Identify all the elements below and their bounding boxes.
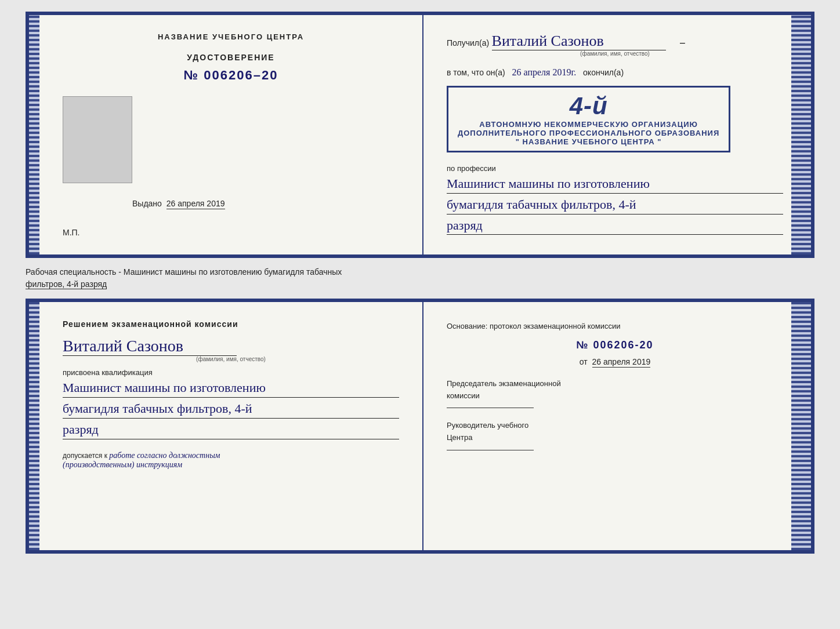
bottom-left-strip (29, 302, 39, 550)
bottom-doc-left: Решением экзаменационной комиссии Витали… (39, 302, 423, 550)
dopusk-label: допускается к (63, 452, 107, 460)
photo-placeholder (63, 96, 132, 183)
bottom-right-strip-outer (801, 302, 811, 550)
stamp-line1: АВТОНОМНУЮ НЕКОММЕРЧЕСКУЮ ОРГАНИЗАЦИЮ (458, 120, 719, 129)
vtom-label: в том, что он(а) (447, 68, 505, 77)
info-line: Рабочая специальность - Машинист машины … (26, 265, 814, 292)
osnovanie-label: Основание: протокол экзаменационной коми… (447, 319, 783, 333)
rukovoditel-label2: Центра (447, 433, 472, 442)
info-text2: фильтров, 4-й разряд (26, 279, 107, 289)
dopuskaetsya-block: допускается к работе согласно должностны… (63, 451, 399, 470)
udostoverenie-label: УДОСТОВЕРЕНИЕ (63, 53, 399, 62)
rukovoditel-block: Руководитель учебного Центра (447, 420, 783, 450)
stamp-number: 4-й (458, 92, 719, 120)
dopusk-text2: (производственным) инструкциям (63, 460, 182, 469)
ot-label: от (580, 357, 588, 366)
okanchil-label: окончил(а) (583, 68, 624, 77)
dash: – (680, 38, 685, 48)
vydano-line: Выдано 26 апреля 2019 (132, 199, 225, 208)
recipient-name: Виталий Сазонов (492, 32, 666, 50)
left-strip (29, 15, 39, 254)
training-center-title: НАЗВАНИЕ УЧЕБНОГО ЦЕНТРА (63, 32, 399, 41)
bottom-doc-right: Основание: протокол экзаменационной коми… (423, 302, 801, 550)
bottom-profession-line3: разряд (63, 421, 399, 439)
bottom-fio-sublabel: (фамилия, имя, отчество) (63, 356, 399, 362)
dopusk-text1: работе согласно должностным (109, 451, 220, 460)
predsedatel-label2: комиссии (447, 391, 480, 400)
top-doc-right: Получил(а) Виталий Сазонов – (фамилия, и… (423, 15, 801, 254)
predsedatel-label1: Председатель экзаменационной (447, 379, 561, 388)
mp-label: М.П. (63, 228, 80, 237)
bottom-profession-line1: Машинист машины по изготовлению (63, 379, 399, 398)
ot-date: 26 апреля 2019 (592, 357, 651, 368)
bottom-number: № 006206-20 (447, 339, 783, 351)
stamp-block: 4-й АВТОНОМНУЮ НЕКОММЕРЧЕСКУЮ ОРГАНИЗАЦИ… (447, 86, 730, 152)
vydano-date: 26 апреля 2019 (166, 199, 225, 209)
bottom-right-strip (791, 302, 801, 550)
top-document: НАЗВАНИЕ УЧЕБНОГО ЦЕНТРА УДОСТОВЕРЕНИЕ №… (26, 12, 814, 258)
vydano-label: Выдано (132, 199, 162, 208)
right-strip-outer (801, 15, 811, 254)
right-strip (791, 15, 801, 254)
profession-line2: бумагидля табачных фильтров, 4-й (447, 196, 783, 214)
predsedatel-block: Председатель экзаменационной комиссии (447, 378, 783, 409)
stamp-line3: " НАЗВАНИЕ УЧЕБНОГО ЦЕНТРА " (458, 137, 719, 146)
rukovoditel-label1: Руководитель учебного (447, 421, 528, 430)
ot-line: от 26 апреля 2019 (447, 357, 783, 366)
info-text1: Рабочая специальность - Машинист машины … (26, 267, 342, 277)
predsedatel-signature-line (447, 408, 534, 408)
poluchil-label: Получил(а) (447, 38, 489, 48)
bottom-fio-block: Виталий Сазонов (фамилия, имя, отчество) (63, 337, 399, 362)
resheniem-title: Решением экзаменационной комиссии (63, 319, 399, 329)
vtom-block: в том, что он(а) 26 апреля 2019г. окончи… (447, 67, 783, 78)
top-doc-left: НАЗВАНИЕ УЧЕБНОГО ЦЕНТРА УДОСТОВЕРЕНИЕ №… (39, 15, 423, 254)
po-professii-label: по профессии (447, 164, 783, 173)
udostoverenie-number: № 006206–20 (63, 68, 399, 83)
prisvoena-label: присвоена квалификация (63, 368, 399, 377)
fio-sublabel: (фамилия, имя, отчество) (447, 50, 783, 57)
vtom-date: 26 апреля 2019г. (512, 67, 577, 77)
bottom-recipient-name: Виталий Сазонов (63, 337, 237, 356)
rukovoditel-signature-line (447, 450, 534, 450)
profession-line1: Машинист машины по изготовлению (447, 175, 783, 194)
stamp-line2: ДОПОЛНИТЕЛЬНОГО ПРОФЕССИОНАЛЬНОГО ОБРАЗО… (458, 129, 719, 137)
bottom-document: Решением экзаменационной комиссии Витали… (26, 299, 814, 554)
profession-line3: разряд (447, 217, 783, 235)
bottom-profession-line2: бумагидля табачных фильтров, 4-й (63, 400, 399, 419)
